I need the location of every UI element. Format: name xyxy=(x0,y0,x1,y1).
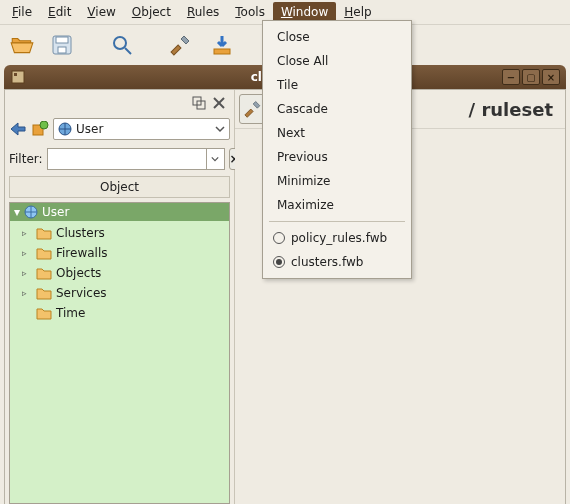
radio-icon xyxy=(273,232,285,244)
menu-radio-clusters[interactable]: clusters.fwb xyxy=(263,250,411,274)
menu-edit[interactable]: Edit xyxy=(40,2,79,22)
library-label: User xyxy=(76,122,103,136)
tree-item-services[interactable]: ▹ Services xyxy=(20,283,229,303)
window-menu-dropdown: Close Close All Tile Cascade Next Previo… xyxy=(262,20,412,279)
object-column-header[interactable]: Object xyxy=(9,176,230,198)
new-object-icon[interactable] xyxy=(31,121,49,137)
hammer-icon xyxy=(170,33,194,57)
folder-icon xyxy=(36,286,52,300)
left-panel: User Filter: × Object ▾ User ▹ xyxy=(5,90,235,504)
menu-item-cascade[interactable]: Cascade xyxy=(263,97,411,121)
menu-rules[interactable]: Rules xyxy=(179,2,227,22)
menu-file[interactable]: File xyxy=(4,2,40,22)
svg-rect-6 xyxy=(214,49,230,54)
svg-point-14 xyxy=(40,121,48,129)
close-button[interactable]: × xyxy=(542,69,560,85)
menu-separator xyxy=(269,221,405,222)
tree-item-label: Objects xyxy=(56,266,101,280)
chevron-down-icon xyxy=(215,124,225,134)
save-button[interactable] xyxy=(46,29,78,61)
expand-icon[interactable]: ▹ xyxy=(22,228,32,238)
hammer-icon xyxy=(244,99,264,119)
menu-item-close-all[interactable]: Close All xyxy=(263,49,411,73)
panel-close-icon[interactable] xyxy=(212,96,226,110)
menu-window[interactable]: Window xyxy=(273,2,336,22)
tree-item-time[interactable]: Time xyxy=(20,303,229,323)
nav-row: User xyxy=(9,116,230,142)
install-button[interactable] xyxy=(206,29,238,61)
ruleset-heading: / ruleset xyxy=(469,99,561,120)
filter-combo[interactable] xyxy=(47,148,225,170)
find-button[interactable] xyxy=(106,29,138,61)
tree-item-label: Clusters xyxy=(56,226,105,240)
menu-help[interactable]: Help xyxy=(336,2,379,22)
tree-item-label: Firewalls xyxy=(56,246,108,260)
menu-item-minimize[interactable]: Minimize xyxy=(263,169,411,193)
svg-rect-1 xyxy=(56,37,68,43)
search-icon xyxy=(110,33,134,57)
folder-icon xyxy=(36,246,52,260)
tree-root-label: User xyxy=(42,205,69,219)
menu-item-previous[interactable]: Previous xyxy=(263,145,411,169)
filter-dropdown-arrow[interactable] xyxy=(206,149,224,169)
svg-rect-7 xyxy=(12,71,24,83)
tree-children: ▹ Clusters ▹ Firewalls ▹ Objects ▹ xyxy=(10,221,229,325)
tree-item-objects[interactable]: ▹ Objects xyxy=(20,263,229,283)
floppy-icon xyxy=(50,33,74,57)
menu-item-tile[interactable]: Tile xyxy=(263,73,411,97)
object-tree[interactable]: ▾ User ▹ Clusters ▹ Firewalls ▹ xyxy=(9,202,230,504)
duplicate-icon[interactable] xyxy=(192,96,206,110)
panel-icon-row xyxy=(9,94,230,112)
tree-root-user[interactable]: ▾ User xyxy=(10,203,229,221)
radio-icon-selected xyxy=(273,256,285,268)
back-icon[interactable] xyxy=(9,121,27,137)
library-combo[interactable]: User xyxy=(53,118,230,140)
svg-rect-8 xyxy=(14,73,17,76)
menu-item-next[interactable]: Next xyxy=(263,121,411,145)
open-button[interactable] xyxy=(6,29,38,61)
menu-radio-label: clusters.fwb xyxy=(291,255,363,269)
tree-item-label: Services xyxy=(56,286,107,300)
menu-radio-policy[interactable]: policy_rules.fwb xyxy=(263,226,411,250)
tree-item-firewalls[interactable]: ▹ Firewalls xyxy=(20,243,229,263)
globe-icon xyxy=(58,122,72,136)
minimize-button[interactable]: − xyxy=(502,69,520,85)
menu-item-maximize[interactable]: Maximize xyxy=(263,193,411,217)
svg-rect-5 xyxy=(171,45,181,55)
globe-icon xyxy=(24,205,38,219)
chevron-down-icon xyxy=(211,155,219,163)
menu-radio-label: policy_rules.fwb xyxy=(291,231,387,245)
menu-object[interactable]: Object xyxy=(124,2,179,22)
expand-icon[interactable]: ▹ xyxy=(22,288,32,298)
menu-view[interactable]: View xyxy=(79,2,123,22)
folder-icon xyxy=(36,306,52,320)
folder-icon xyxy=(36,266,52,280)
download-icon xyxy=(210,33,234,57)
folder-icon xyxy=(36,226,52,240)
svg-rect-17 xyxy=(245,109,253,117)
svg-line-4 xyxy=(125,48,131,54)
filter-label: Filter: xyxy=(9,152,43,166)
menu-tools[interactable]: Tools xyxy=(227,2,273,22)
app-icon xyxy=(10,69,26,85)
compile-button[interactable] xyxy=(166,29,198,61)
expand-icon[interactable]: ▹ xyxy=(22,268,32,278)
tree-item-label: Time xyxy=(56,306,85,320)
tree-item-clusters[interactable]: ▹ Clusters xyxy=(20,223,229,243)
menu-item-close[interactable]: Close xyxy=(263,25,411,49)
filter-row: Filter: × xyxy=(9,146,230,172)
expand-icon[interactable]: ▹ xyxy=(22,248,32,258)
svg-rect-2 xyxy=(58,47,66,53)
filter-input[interactable] xyxy=(48,149,206,169)
maximize-button[interactable]: ▢ xyxy=(522,69,540,85)
folder-open-icon xyxy=(9,32,35,58)
svg-point-3 xyxy=(114,37,126,49)
collapse-icon[interactable]: ▾ xyxy=(14,205,20,219)
